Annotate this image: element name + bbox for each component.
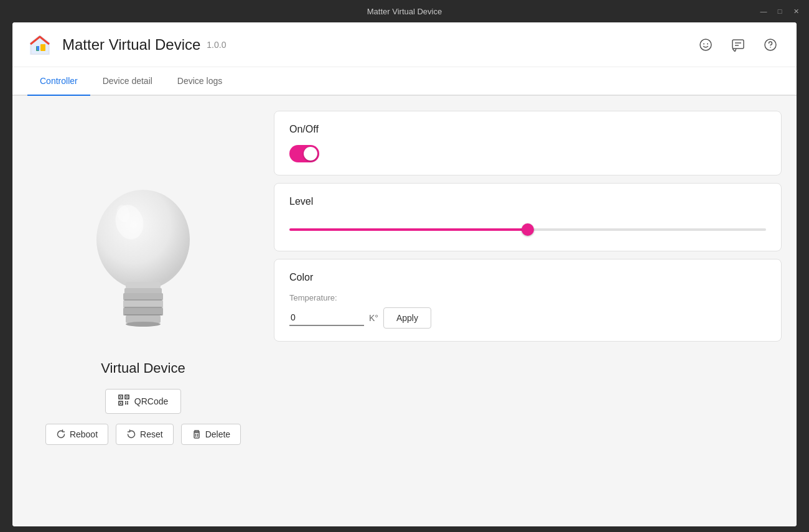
title-bar-text: Matter Virtual Device: [367, 7, 442, 16]
color-input-row: K° Apply: [289, 307, 766, 329]
tab-controller[interactable]: Controller: [27, 67, 90, 96]
svg-rect-35: [194, 432, 199, 438]
minimize-button[interactable]: —: [758, 6, 769, 17]
reset-button-label: Reset: [140, 429, 163, 439]
svg-rect-30: [120, 403, 121, 404]
onoff-label: On/Off: [289, 124, 766, 135]
title-bar: Matter Virtual Device — □ ✕: [0, 0, 809, 22]
tabs-bar: Controller Device detail Device logs: [12, 67, 797, 96]
feedback-icon: [731, 38, 745, 52]
help-button[interactable]: [759, 34, 782, 56]
close-button[interactable]: ✕: [790, 6, 802, 17]
bulb-image-container: [81, 177, 205, 345]
svg-point-11: [770, 47, 771, 48]
svg-rect-34: [127, 403, 128, 404]
level-slider[interactable]: [289, 228, 766, 231]
level-slider-container: [289, 217, 766, 238]
svg-rect-33: [125, 403, 126, 404]
window-controls: — □ ✕: [758, 6, 802, 17]
app-title: Matter Virtual Device: [62, 36, 200, 54]
toggle-container: [289, 145, 766, 162]
onoff-toggle[interactable]: [289, 145, 319, 162]
svg-rect-31: [125, 401, 126, 403]
action-buttons: Reboot Reset: [45, 424, 241, 445]
svg-rect-2: [40, 44, 45, 51]
onoff-card: On/Off: [274, 111, 782, 175]
app-logo-icon: [27, 32, 52, 57]
app-version: 1.0.0: [207, 40, 226, 50]
temperature-section-label: Temperature:: [289, 293, 766, 302]
svg-rect-26: [120, 396, 121, 398]
smiley-icon: [699, 38, 713, 52]
reset-button[interactable]: Reset: [116, 424, 174, 445]
svg-point-4: [700, 39, 711, 50]
app-header: Matter Virtual Device 1.0.0: [12, 22, 797, 67]
qrcode-button-label: QRCode: [134, 396, 168, 406]
level-label: Level: [289, 196, 766, 207]
help-icon: [764, 38, 777, 52]
reboot-button-label: Reboot: [70, 429, 98, 439]
device-name: Virtual Device: [101, 360, 185, 376]
svg-rect-28: [126, 396, 128, 398]
color-card: Color Temperature: K° Apply: [274, 259, 782, 342]
lightbulb-icon: [81, 177, 205, 345]
svg-rect-7: [732, 40, 744, 49]
delete-button-label: Delete: [205, 429, 230, 439]
svg-rect-22: [124, 314, 162, 315]
svg-rect-20: [124, 307, 162, 308]
tab-device-logs[interactable]: Device logs: [165, 67, 235, 96]
header-actions: [694, 34, 782, 56]
reboot-button[interactable]: Reboot: [45, 424, 108, 445]
reset-icon: [126, 429, 136, 439]
temperature-unit: K°: [369, 313, 378, 323]
left-panel: Virtual Device: [12, 96, 274, 526]
qrcode-button[interactable]: QRCode: [105, 389, 181, 414]
temperature-input[interactable]: [289, 310, 364, 326]
level-card: Level: [274, 183, 782, 251]
app-window: Matter Virtual Device 1.0.0: [12, 22, 797, 526]
smiley-button[interactable]: [694, 34, 717, 56]
qrcode-icon: [118, 394, 129, 408]
delete-button[interactable]: Delete: [181, 424, 241, 445]
main-content: Virtual Device: [12, 96, 797, 526]
svg-rect-32: [127, 401, 128, 403]
toggle-track: [289, 145, 319, 162]
delete-icon: [192, 429, 202, 439]
reboot-icon: [56, 429, 66, 439]
svg-point-5: [703, 43, 704, 44]
feedback-button[interactable]: [727, 34, 749, 56]
svg-point-6: [707, 43, 708, 44]
svg-point-12: [96, 190, 190, 289]
toggle-thumb: [304, 147, 317, 161]
svg-rect-3: [37, 46, 39, 50]
tab-device-detail[interactable]: Device detail: [90, 67, 165, 96]
color-label: Color: [289, 272, 766, 283]
right-panel: On/Off Level Colo: [274, 96, 797, 526]
svg-rect-18: [124, 299, 162, 301]
apply-button[interactable]: Apply: [383, 307, 431, 329]
maximize-button[interactable]: □: [774, 6, 785, 17]
svg-point-24: [126, 322, 161, 327]
